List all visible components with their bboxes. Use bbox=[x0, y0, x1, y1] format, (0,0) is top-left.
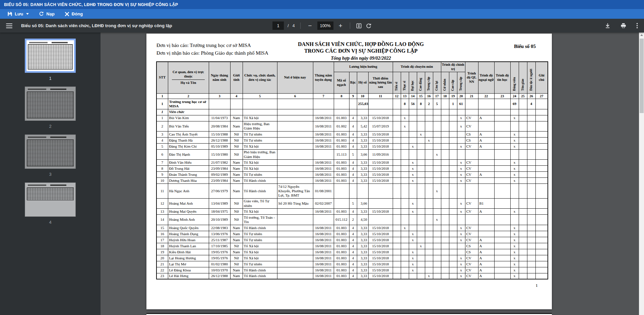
table-cell bbox=[441, 243, 449, 249]
rotate-icon[interactable] bbox=[366, 23, 372, 29]
table-cell: x bbox=[510, 261, 519, 267]
table-cell bbox=[449, 121, 457, 131]
table-cell: 15/10/1980 bbox=[209, 149, 230, 159]
page-thumbnail-3[interactable]: 3 bbox=[25, 135, 76, 177]
table-cell bbox=[334, 99, 349, 109]
table-cell bbox=[368, 198, 393, 208]
save-button[interactable]: Lưu bbox=[3, 9, 33, 19]
table-cell: A bbox=[478, 273, 494, 279]
print-icon[interactable] bbox=[621, 23, 626, 29]
page-number-input[interactable]: 1 bbox=[272, 21, 284, 30]
page-thumbnail-2[interactable]: 2 bbox=[25, 87, 76, 129]
table-cell bbox=[535, 215, 548, 225]
table-cell bbox=[494, 215, 510, 225]
page-thumbnail-image[interactable] bbox=[25, 182, 76, 217]
table-cell: 01/08/2001 bbox=[313, 184, 334, 199]
page-thumbnail-image[interactable] bbox=[25, 39, 76, 73]
fit-page-icon[interactable] bbox=[356, 23, 362, 29]
close-button[interactable]: Đóng bbox=[61, 9, 87, 19]
table-cell bbox=[425, 237, 433, 243]
table-cell bbox=[433, 225, 441, 231]
zoom-out-button[interactable]: − bbox=[307, 22, 314, 29]
table-cell bbox=[433, 273, 441, 279]
table-cell bbox=[535, 166, 548, 172]
reload-button[interactable]: Nạp bbox=[35, 9, 59, 19]
table-cell: 01.003 bbox=[334, 166, 349, 172]
zoom-in-button[interactable]: + bbox=[337, 22, 344, 29]
table-cell: 4 bbox=[349, 172, 357, 178]
table-cell bbox=[401, 273, 409, 279]
scrollbar-thumb[interactable] bbox=[640, 39, 644, 113]
column-number-cell: 5 bbox=[243, 94, 277, 99]
table-cell bbox=[535, 261, 548, 267]
table-cell: x bbox=[409, 255, 417, 261]
table-cell: 4 bbox=[349, 249, 357, 255]
table-cell bbox=[441, 172, 449, 178]
table-cell: 15/10/2018 bbox=[368, 249, 393, 255]
table-cell bbox=[441, 99, 449, 109]
table-cell bbox=[519, 261, 527, 267]
table-cell: 23/09/1984 bbox=[209, 166, 230, 172]
more-options-icon[interactable] bbox=[636, 23, 638, 29]
col-header-ethnic: Dân tộc ít người bbox=[527, 62, 535, 94]
close-icon bbox=[65, 12, 69, 16]
table-cell: 16/08/2011 bbox=[313, 255, 334, 261]
table-cell: 01.003 bbox=[334, 160, 349, 166]
pdf-document-title: Biểu số 05: Danh sách viên chức, LĐHĐ tr… bbox=[21, 23, 172, 28]
column-number-cell: 7 bbox=[313, 94, 334, 99]
table-cell: x bbox=[401, 115, 409, 121]
table-cell: 01.003 bbox=[334, 255, 349, 261]
page-thumbnail-1[interactable]: 1 bbox=[25, 39, 76, 81]
table-cell: 26/12/1988 bbox=[209, 273, 230, 279]
table-cell bbox=[417, 255, 425, 261]
table-cell bbox=[449, 249, 457, 255]
table-cell: CV bbox=[465, 255, 478, 261]
col-header-pol-bachelor: Cử nhân bbox=[441, 72, 449, 94]
table-cell: 3,33 bbox=[357, 143, 368, 149]
table-cell: 61 bbox=[457, 99, 465, 109]
table-cell bbox=[465, 184, 478, 199]
table-cell bbox=[457, 249, 465, 255]
table-cell bbox=[494, 225, 510, 231]
column-number-cell: 14 bbox=[409, 94, 417, 99]
table-cell bbox=[478, 178, 494, 184]
table-cell bbox=[449, 184, 457, 199]
download-icon[interactable] bbox=[605, 23, 610, 29]
menu-icon[interactable] bbox=[6, 22, 12, 30]
table-cell: x bbox=[510, 115, 519, 121]
table-cell: Cao Thị Ánh Tuyết bbox=[168, 131, 209, 137]
table-cell bbox=[393, 249, 401, 255]
table-cell: x bbox=[510, 255, 519, 261]
table-cell: 3,33 bbox=[357, 166, 368, 172]
table-cell bbox=[478, 166, 494, 172]
action-bar: Lưu Nạp Đóng bbox=[0, 9, 644, 19]
table-cell bbox=[519, 249, 527, 255]
table-cell bbox=[441, 137, 449, 143]
zoom-level[interactable]: 100% bbox=[317, 21, 333, 30]
table-cell bbox=[527, 137, 535, 143]
page-thumbnail-4[interactable]: 4 bbox=[25, 182, 76, 225]
table-cell bbox=[334, 109, 349, 115]
scrollbar-up-arrow[interactable] bbox=[639, 33, 644, 38]
table-cell: Nam bbox=[230, 166, 243, 172]
page-thumbnail-image[interactable] bbox=[25, 135, 76, 169]
table-cell: 17 bbox=[156, 237, 168, 243]
table-cell: 3 bbox=[156, 131, 168, 137]
page-thumbnail-image[interactable] bbox=[25, 87, 76, 121]
table-cell bbox=[417, 121, 425, 131]
table-cell: x bbox=[457, 261, 465, 267]
table-cell bbox=[209, 109, 230, 115]
table-cell bbox=[349, 109, 357, 115]
table-cell: 4 bbox=[349, 231, 357, 237]
table-cell bbox=[433, 255, 441, 261]
col-header-grade-code: Mã số ngạch bbox=[334, 72, 349, 94]
table-cell bbox=[510, 109, 519, 115]
table-cell: x bbox=[457, 209, 465, 215]
table-cell bbox=[510, 149, 519, 159]
vertical-scrollbar[interactable] bbox=[639, 33, 644, 315]
table-cell bbox=[349, 99, 357, 109]
table-cell: 15/10/1988 bbox=[209, 131, 230, 137]
column-number-cell: 22 bbox=[478, 94, 494, 99]
table-cell bbox=[393, 237, 401, 243]
pdf-toolbar: Biểu số 05: Danh sách viên chức, LĐHĐ tr… bbox=[0, 19, 644, 33]
